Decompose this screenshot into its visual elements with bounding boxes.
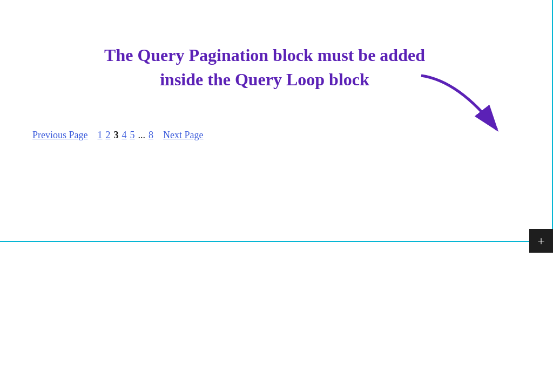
add-button-label: + (537, 234, 545, 248)
page-3-current: 3 (114, 130, 119, 141)
page-2-link[interactable]: 2 (106, 130, 111, 141)
previous-page-link[interactable]: Previous Page (32, 130, 88, 141)
main-container: The Query Pagination block must be added… (0, 0, 553, 392)
bottom-border-line (0, 241, 553, 242)
page-1-link[interactable]: 1 (98, 130, 103, 141)
warning-line2: inside the Query Loop block (160, 70, 369, 89)
add-block-button[interactable]: + (529, 229, 553, 253)
content-area: The Query Pagination block must be added… (0, 0, 529, 146)
page-8-link[interactable]: 8 (149, 130, 153, 141)
arrow-icon (405, 70, 513, 146)
page-4-link[interactable]: 4 (122, 130, 127, 141)
pagination-ellipsis: ... (138, 130, 146, 141)
page-5-link[interactable]: 5 (130, 130, 135, 141)
next-page-link[interactable]: Next Page (163, 130, 203, 141)
warning-line1: The Query Pagination block must be added (104, 45, 425, 65)
